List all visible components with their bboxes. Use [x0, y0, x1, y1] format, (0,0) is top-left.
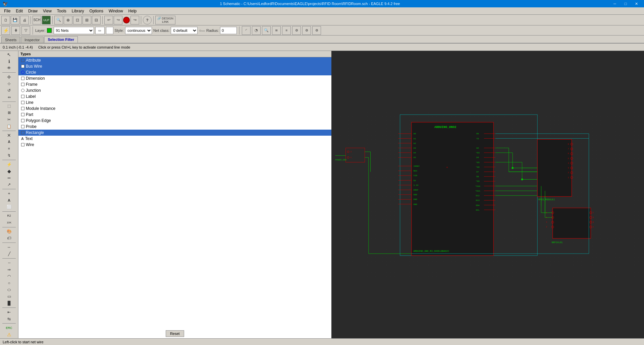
net-info-2[interactable]: ≡ — [282, 26, 291, 35]
add-part-tool[interactable]: + — [5, 191, 13, 197]
menu-draw[interactable]: Draw — [25, 8, 40, 14]
net-tool-2[interactable]: ⚡ — [5, 161, 13, 167]
sidebar-item-wire[interactable]: Wire — [18, 142, 331, 148]
arc-tool-1[interactable]: ◜ — [242, 26, 251, 35]
paste-tool[interactable]: 📋 — [5, 123, 13, 129]
num-10k[interactable]: 10K — [5, 219, 13, 225]
zoom-out-button[interactable]: 🔍 — [54, 16, 63, 24]
R2-tool[interactable]: R2 — [5, 213, 13, 219]
arc-tool[interactable]: ◠ — [5, 273, 13, 279]
save-button[interactable]: 🖨 — [20, 16, 29, 24]
sidebar-item-dimension[interactable]: Dimension — [18, 75, 331, 81]
junction-tool[interactable]: ◆ — [5, 168, 13, 174]
select-tool[interactable]: ↖ — [5, 52, 13, 58]
sidebar-item-attribute[interactable]: Attribute — [18, 57, 331, 63]
undo-button[interactable]: ↩ — [104, 16, 113, 24]
print-button[interactable]: SCH — [33, 16, 41, 24]
radius-input[interactable] — [220, 27, 237, 34]
value-tool[interactable]: ≡ — [5, 146, 13, 152]
sidebar-item-label[interactable]: Label — [18, 93, 331, 99]
ungroup-tool[interactable]: ⊠ — [5, 110, 13, 116]
add-text-tool[interactable]: A — [5, 197, 13, 203]
net-info-1[interactable]: ≋ — [272, 26, 281, 35]
maximize-button[interactable]: □ — [621, 0, 631, 7]
zoom-fit-button[interactable]: ⊡ — [73, 16, 82, 24]
erc-check[interactable]: ERC — [5, 325, 13, 331]
copy-tool[interactable]: ⊹ — [5, 81, 13, 87]
fill-rect-tool[interactable]: █ — [5, 300, 13, 306]
change-tool[interactable]: ↯ — [5, 152, 13, 158]
filter-tool[interactable]: ▽ — [21, 26, 30, 35]
open-button[interactable]: 💾 — [11, 16, 19, 24]
circle-tool[interactable]: ○ — [5, 280, 13, 286]
line-tool[interactable]: ╱ — [5, 251, 13, 257]
close-button[interactable]: ✕ — [631, 0, 641, 7]
settings-tool[interactable]: ⚙ — [312, 26, 321, 35]
tab-selection-filter[interactable]: Selection Filter — [44, 36, 78, 43]
reset-button[interactable]: Reset — [166, 330, 184, 337]
tag-tool[interactable]: 🏷 — [5, 235, 13, 241]
zoom-in-button[interactable]: ⊕ — [64, 16, 72, 24]
name-tool[interactable]: A — [5, 139, 13, 145]
sidebar-item-bus_wire[interactable]: Bus Wire — [18, 63, 331, 69]
arc-tool-2[interactable]: ◔ — [252, 26, 261, 35]
sidebar-item-junction[interactable]: Junction — [18, 87, 331, 93]
rect-tool[interactable]: ▭ — [5, 293, 13, 299]
sidebar-item-module_instance[interactable]: Module Instance — [18, 106, 331, 112]
style-select[interactable]: continuous — [125, 27, 152, 34]
delete-tool[interactable]: ✕ — [5, 132, 13, 138]
look-tool[interactable]: 👁 — [5, 65, 13, 71]
layer-select[interactable]: 91 Nets — [54, 27, 94, 34]
ulp-button[interactable]: ULP — [42, 16, 51, 24]
sidebar-item-line[interactable]: Line — [18, 99, 331, 106]
line-width-select[interactable]: ▭ — [95, 27, 105, 34]
canvas-area[interactable]: 2 1 POWER_GND — [331, 51, 644, 338]
forward-button[interactable]: ↪ — [130, 16, 139, 24]
bus-tool[interactable]: ═ — [5, 175, 13, 181]
menu-edit[interactable]: Edit — [13, 8, 25, 14]
cut-tool[interactable]: ✂ — [5, 117, 13, 123]
sidebar-item-polygon_edge[interactable]: Polygon Edge — [18, 118, 331, 124]
busentry-tool[interactable]: ↗ — [5, 182, 13, 188]
sidebar-item-rectangle[interactable]: Rectangle — [18, 130, 331, 136]
zoom-area-button[interactable]: ⊟ — [92, 16, 101, 24]
menu-file[interactable]: File — [1, 8, 13, 14]
menu-options[interactable]: Options — [87, 8, 106, 14]
minimize-button[interactable]: ─ — [610, 0, 620, 7]
warning-btn[interactable]: ⚠ — [5, 332, 13, 338]
group-tool[interactable]: ⬚ — [5, 103, 13, 109]
redo-button[interactable]: ↪ — [114, 16, 122, 24]
net-pin-tool[interactable]: ⋕ — [11, 26, 20, 35]
swap-tool[interactable]: ⇆ — [5, 316, 13, 322]
rotate-tool[interactable]: ↺ — [5, 87, 13, 93]
add-frame-tool[interactable]: ⬜ — [5, 204, 13, 210]
sidebar-item-probe[interactable]: Probe — [18, 124, 331, 130]
drc-tool[interactable]: ⚙ — [292, 26, 301, 35]
sidebar-item-circle[interactable]: Circle — [18, 69, 331, 75]
menu-tools[interactable]: Tools — [54, 8, 69, 14]
menu-view[interactable]: View — [40, 8, 54, 14]
dashed-line-tool[interactable]: ┄ — [5, 260, 13, 266]
new-button[interactable]: 🗋 — [1, 16, 10, 24]
menu-help[interactable]: Help — [126, 8, 140, 14]
tab-sheets[interactable]: Sheets — [1, 37, 20, 43]
ellipse-tool[interactable]: ⬭ — [5, 287, 13, 293]
zoom-search[interactable]: 🔍 — [262, 26, 271, 35]
erc-tool[interactable]: ⚙ — [302, 26, 311, 35]
net-tool[interactable]: ⚡ — [1, 26, 10, 35]
connect-tool[interactable]: ↔ — [5, 244, 13, 250]
zoom-select-button[interactable]: ⊞ — [83, 16, 91, 24]
menu-window[interactable]: Window — [106, 8, 126, 14]
sidebar-item-part[interactable]: Part — [18, 112, 331, 118]
info-tool[interactable]: ℹ — [5, 58, 13, 64]
mirror-tool[interactable]: ⇔ — [5, 94, 13, 100]
split-tool[interactable]: ⇤ — [5, 309, 13, 315]
sidebar-item-frame[interactable]: Frame — [18, 81, 331, 87]
sidebar-item-text[interactable]: AText — [18, 136, 331, 142]
menu-library[interactable]: Library — [69, 8, 87, 14]
tab-inspector[interactable]: Inspector — [21, 37, 43, 43]
paint-tool[interactable]: 🎨 — [5, 228, 13, 234]
move-tool[interactable]: ✛ — [5, 74, 13, 80]
design-link-button[interactable]: 🔗 DESIGN LINK — [155, 16, 175, 24]
arrow-tool[interactable]: ⇒ — [5, 267, 13, 273]
